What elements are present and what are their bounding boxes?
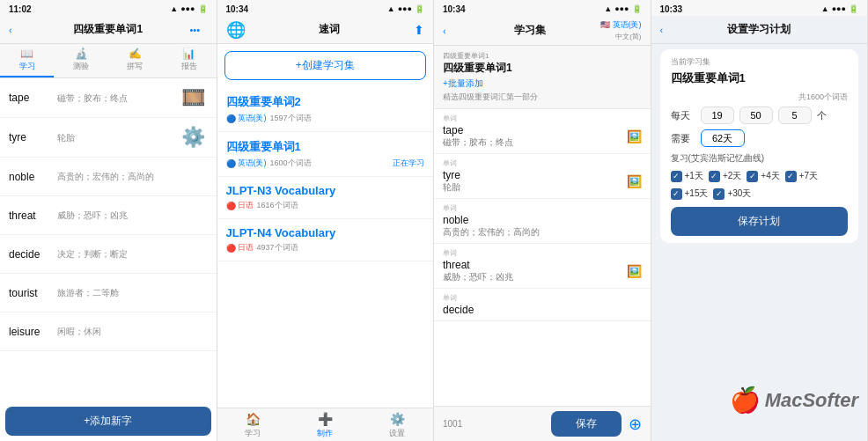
checkbox-icon-2day: ✓ [709, 171, 720, 182]
lang-selector[interactable]: 🇺🇸 英语(美) 中文(简) [600, 19, 642, 41]
tab-report-icon: 📊 [182, 48, 195, 60]
checkbox-7day[interactable]: ✓ +7天 [785, 170, 818, 182]
set-lang-3: 🔴 日语 [226, 200, 254, 211]
create-set-button[interactable]: +创建学习集 [224, 51, 427, 80]
daily-input-1[interactable] [701, 107, 734, 124]
study-word-row[interactable]: 单词 decide [434, 289, 651, 321]
word-row[interactable]: noble 高贵的；宏伟的；高尚的 [0, 158, 217, 196]
set-title-1: 四级重要单词2 [226, 94, 425, 110]
set-item-1[interactable]: 四级重要单词2 🔵 英语(美) 1597个词语 [217, 87, 434, 132]
back-button-4[interactable]: ‹ [660, 25, 678, 35]
tab-study[interactable]: 📖 学习 [0, 44, 54, 77]
word-en-4: decide [443, 304, 474, 316]
nav-title-2: 速词 [246, 22, 415, 37]
nav-bar-4: ‹ 设置学习计划 [651, 16, 868, 44]
checkbox-label-2day: +2天 [723, 170, 741, 182]
set-item-4[interactable]: JLPT-N4 Vocabulary 🔴 日语 4937个词语 [217, 219, 434, 261]
signal-icon-4: ●●● [832, 4, 846, 13]
set-item-3[interactable]: JLPT-N3 Vocabulary 🔴 日语 1616个词语 [217, 177, 434, 219]
word-row-4: decide [443, 304, 642, 316]
checkbox-1day[interactable]: ✓ +1天 [671, 170, 703, 182]
more-button-1[interactable]: ••• [190, 25, 208, 35]
study-word-row[interactable]: 单词 tyre 轮胎 🖼️ [434, 154, 651, 199]
word-zh: 闲暇；休闲 [57, 326, 208, 337]
save-btn-bar: 1001 保存 ⊕ [434, 406, 651, 441]
panel-study-sets: 10:34 ▲ ●●● 🔋 🌐 速词 ⬆ +创建学习集 四级重要单词2 🔵 英语… [217, 0, 435, 441]
study-word-row[interactable]: 单词 noble 高贵的；宏伟的；高尚的 [434, 199, 651, 244]
settings-card-set: 当前学习集 四级重要单词1 共1600个词语 每天 个 需要 复习(艾宾浩斯记忆… [660, 49, 859, 243]
checkbox-icon-4day: ✓ [747, 171, 758, 182]
globe-icon: 🌐 [226, 20, 246, 40]
word-label-0: 单词 [443, 114, 642, 123]
tab-test-label: 测验 [73, 61, 89, 72]
word-row[interactable]: threat 威胁；恐吓；凶兆 [0, 196, 217, 235]
set-count-4: 4937个词语 [257, 242, 298, 254]
word-en-1: tyre [443, 169, 460, 181]
settings-content: 当前学习集 四级重要单词1 共1600个词语 每天 个 需要 复习(艾宾浩斯记忆… [651, 44, 868, 441]
set-meta-1: 🔵 英语(美) 1597个词语 [226, 113, 425, 124]
study-word-list: 单词 tape 磁带；胶布；终点 🖼️ 单词 tyre 轮胎 🖼️ 单词 [434, 109, 651, 406]
word-row[interactable]: decide 决定；判断；断定 [0, 235, 217, 274]
daily-input-2[interactable] [739, 107, 773, 124]
need-days-input[interactable] [701, 129, 745, 147]
back-button-3[interactable]: ‹ [443, 26, 460, 36]
word-label-2: 单词 [443, 203, 642, 213]
bulk-add-button[interactable]: +批量添加 [443, 77, 642, 90]
study-set-header: 四级重要单词1 四级重要单词1 +批量添加 精选四级重要词汇第一部分 [434, 46, 651, 109]
study-word-row[interactable]: 单词 tape 磁带；胶布；终点 🖼️ [434, 109, 651, 154]
battery-icon: 🔋 [198, 4, 208, 13]
word-row[interactable]: leisure 闲暇；休闲 [0, 312, 217, 351]
bottom-tab-study[interactable]: 🏠 学习 [217, 412, 290, 439]
word-zh-2: 高贵的；宏伟的；高尚的 [443, 226, 540, 239]
word-zh-0: 磁带；胶布；终点 [443, 136, 513, 149]
gear-icon: ⚙️ [390, 412, 405, 426]
nav-title-3: 学习集 [460, 23, 600, 38]
word-row[interactable]: tape 磁带；胶布；终点 🎞️ [0, 78, 217, 118]
lang-sub: 中文(简) [615, 32, 641, 41]
checkbox-30day[interactable]: ✓ +30天 [713, 187, 751, 200]
save-plan-button[interactable]: 保存计划 [671, 207, 849, 236]
tab-test[interactable]: 🔬 测验 [54, 44, 107, 77]
tab-spell-label: 拼写 [127, 61, 143, 72]
checkbox-label-7day: +7天 [799, 170, 818, 182]
word-zh-3: 威胁；恐吓；凶兆 [443, 271, 513, 283]
word-row[interactable]: tyre 轮胎 ⚙️ [0, 118, 217, 158]
checkbox-4day[interactable]: ✓ +4天 [747, 170, 779, 182]
word-row[interactable]: tourist 旅游者；二等舱 [0, 274, 217, 312]
set-label: 四级重要单词1 [443, 51, 642, 61]
set-description: 精选四级重要词汇第一部分 [443, 92, 642, 103]
save-button[interactable]: 保存 [551, 411, 622, 437]
study-word-row[interactable]: 单词 threat 威胁；恐吓；凶兆 🖼️ [434, 244, 651, 289]
panel-settings: 10:33 ▲ ●●● 🔋 ‹ 设置学习计划 当前学习集 四级重要单词1 共16… [651, 0, 869, 441]
nav-title-1: 四级重要单词1 [26, 22, 190, 37]
bottom-tab-settings[interactable]: ⚙️ 设置 [361, 412, 433, 439]
checkbox-label-30day: +30天 [727, 187, 751, 200]
add-plus-icon[interactable]: ⊕ [629, 415, 642, 434]
checkbox-label-1day: +1天 [685, 170, 703, 182]
set-count-1: 1597个词语 [270, 113, 312, 124]
set-item-2[interactable]: 四级重要单词1 🔵 英语(美) 1600个词语 正在学习 [217, 132, 434, 177]
back-button-1[interactable]: ‹ [9, 25, 26, 35]
word-label-3: 单词 [443, 248, 642, 258]
set-meta-4: 🔴 日语 4937个词语 [226, 242, 425, 254]
settings-set-name: 四级重要单词1 [671, 70, 849, 86]
checkbox-15day[interactable]: ✓ +15天 [671, 187, 709, 200]
word-count: 1001 [443, 419, 544, 429]
bottom-tab-create[interactable]: ➕ 制作 [289, 412, 361, 439]
set-title-3: JLPT-N3 Vocabulary [226, 184, 425, 197]
word-en: tape [9, 92, 57, 104]
daily-input-3[interactable] [778, 107, 812, 124]
word-zh: 旅游者；二等舱 [57, 287, 208, 298]
add-new-word-button[interactable]: +添加新字 [5, 407, 211, 436]
tab-spell[interactable]: ✍️ 拼写 [108, 44, 162, 77]
export-button[interactable]: ⬆ [414, 23, 424, 37]
tab-report[interactable]: 📊 报告 [162, 44, 216, 77]
bottom-tab-create-label: 制作 [317, 428, 333, 439]
checkbox-2day[interactable]: ✓ +2天 [709, 170, 741, 182]
signal-icon-2: ●●● [398, 4, 412, 13]
signal-icon: ●●● [180, 4, 195, 13]
word-zh: 高贵的；宏伟的；高尚的 [57, 171, 208, 182]
checkbox-row: ✓ +1天 ✓ +2天 ✓ +4天 ✓ +7天 ✓ +15天 [671, 170, 849, 200]
status-bar-4: 10:33 ▲ ●●● 🔋 [651, 0, 868, 16]
need-label: 需要 [671, 132, 695, 145]
